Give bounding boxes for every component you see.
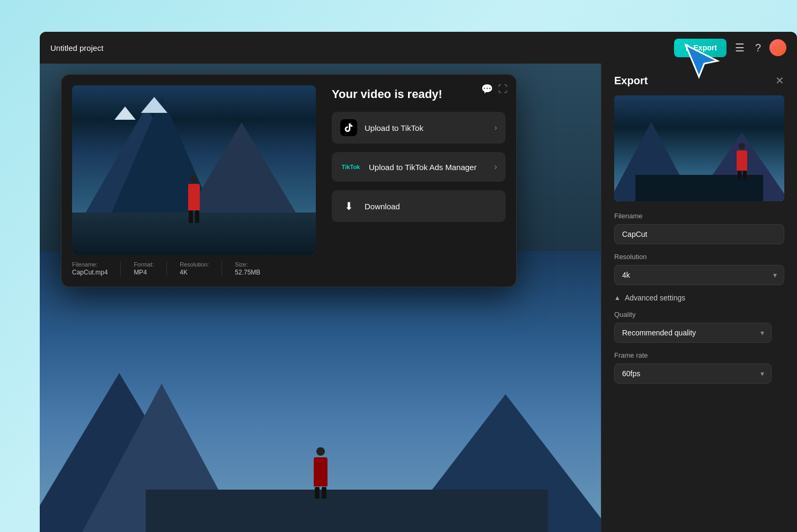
right-panel: Export ✕ <box>601 64 797 532</box>
resolution-field: Resolution 4k 1080p 720p 480p ▾ <box>601 253 797 294</box>
upload-tiktok-ads-button[interactable]: TikTok Upload to TikTok Ads Manager › <box>332 152 506 182</box>
ready-section: Your video is ready! Upload to TikTok <box>326 75 516 287</box>
filename-input[interactable] <box>614 224 784 244</box>
advanced-settings-toggle[interactable]: ▲ Advanced settings <box>614 294 685 302</box>
quality-select-wrapper: Recommended quality High quality Low qua… <box>614 323 772 343</box>
framerate-field-label: Frame rate <box>614 351 772 359</box>
export-modal: 💬 ⛶ <box>61 74 517 287</box>
avatar <box>769 39 786 56</box>
close-panel-button[interactable]: ✕ <box>775 74 784 87</box>
resolution-label: Resolution: <box>180 261 209 268</box>
tiktok-icon <box>340 119 357 136</box>
tiktok-ads-arrow-icon: › <box>494 162 497 172</box>
tiktok-ads-label: Upload to TikTok Ads Manager <box>369 163 476 172</box>
fullscreen-modal-button[interactable]: ⛶ <box>498 83 508 95</box>
resolution-group: Resolution: 4K <box>180 261 209 276</box>
video-player-section: ▶ 00:00 | 00:05 4k ⛶ <box>61 75 326 287</box>
tiktok-label: Upload to TikTok <box>365 123 423 132</box>
format-label: Format: <box>134 261 154 268</box>
background-scene <box>40 251 601 532</box>
project-title: Untitled project <box>50 43 103 52</box>
divider-2 <box>166 261 167 276</box>
upload-tiktok-button[interactable]: Upload to TikTok › <box>332 112 506 144</box>
framerate-select-wrapper: 60fps 30fps 24fps ▾ <box>614 363 772 384</box>
filename-value: CapCut.mp4 <box>72 269 108 276</box>
framerate-field: Frame rate 60fps 30fps 24fps ▾ <box>614 351 784 392</box>
main-content: 💬 ⛶ <box>40 64 797 532</box>
download-button[interactable]: ⬇ Download <box>332 190 506 222</box>
thumbnail <box>614 95 784 201</box>
download-icon: ⬇ <box>340 198 357 215</box>
background-figure <box>305 447 336 511</box>
quality-field-label: Quality <box>614 311 772 318</box>
resolution-select-wrapper: 4k 1080p 720p 480p ▾ <box>614 265 784 285</box>
size-group: Size: 52.75MB <box>235 261 260 276</box>
size-label: Size: <box>235 261 260 268</box>
advanced-settings-section: ▲ Advanced settings Quality Recommended … <box>601 294 797 401</box>
filename-field-label: Filename <box>614 212 784 220</box>
format-group: Format: MP4 <box>134 261 154 276</box>
quality-select[interactable]: Recommended quality High quality Low qua… <box>614 323 772 343</box>
size-value: 52.75MB <box>235 269 260 276</box>
video-figure <box>188 175 200 223</box>
resolution-value: 4K <box>180 269 209 276</box>
video-area: 💬 ⛶ <box>40 64 601 532</box>
divider-3 <box>222 261 222 276</box>
filename-field: Filename <box>601 212 797 253</box>
panel-title: Export <box>614 75 648 87</box>
resolution-field-label: Resolution <box>614 253 784 261</box>
modal-inner: ▶ 00:00 | 00:05 4k ⛶ <box>61 75 516 287</box>
advanced-settings-label: Advanced settings <box>625 294 685 302</box>
modal-icons: 💬 ⛶ <box>481 83 508 95</box>
comment-icon-button[interactable]: 💬 <box>481 83 493 95</box>
tiktok-arrow-icon: › <box>494 123 497 132</box>
divider-1 <box>120 261 121 276</box>
menu-icon-button[interactable]: ☰ <box>733 39 747 56</box>
filename-label: Filename: <box>72 261 108 268</box>
filename-group: Filename: CapCut.mp4 <box>72 261 108 276</box>
help-icon-button[interactable]: ? <box>753 40 763 56</box>
framerate-select[interactable]: 60fps 30fps 24fps <box>614 363 772 384</box>
tiktok-ads-icon: TikTok <box>340 159 361 174</box>
ready-title: Your video is ready! <box>332 87 506 101</box>
svg-marker-0 <box>686 45 718 77</box>
format-value: MP4 <box>134 269 154 276</box>
download-label: Download <box>365 202 400 211</box>
video-scene <box>72 85 316 255</box>
quality-field: Quality Recommended quality High quality… <box>614 311 784 351</box>
chevron-up-icon: ▲ <box>614 294 621 302</box>
video-container: ▶ 00:00 | 00:05 4k ⛶ <box>72 85 316 255</box>
app-window: Untitled project ⬆ Export ☰ ? <box>40 32 797 532</box>
resolution-select[interactable]: 4k 1080p 720p 480p <box>614 265 784 285</box>
file-info: Filename: CapCut.mp4 Format: MP4 Resolut… <box>72 255 316 276</box>
